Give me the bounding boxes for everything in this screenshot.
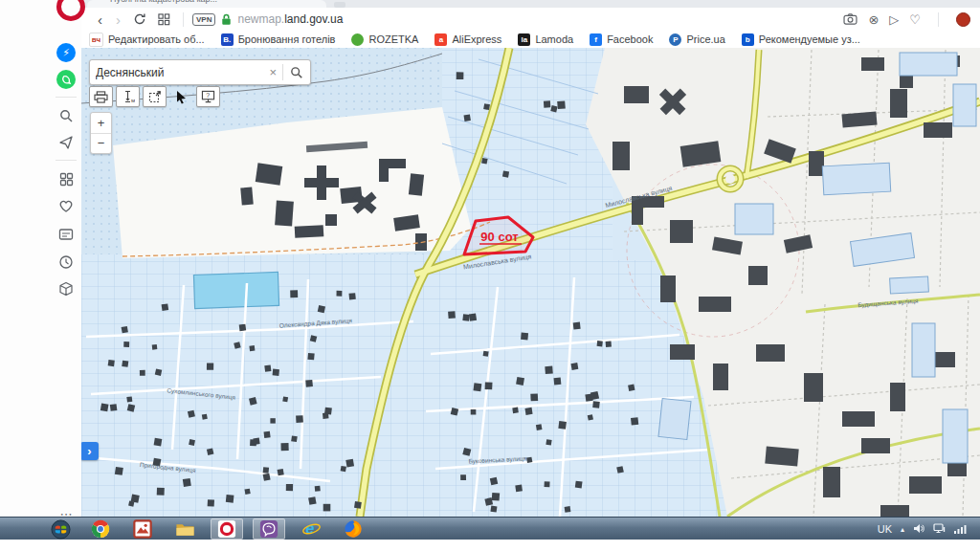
extension-badge-icon[interactable] xyxy=(956,12,970,27)
lamoda-favicon-icon: la xyxy=(518,33,530,46)
bookmark-item[interactable]: a AliExpress xyxy=(434,33,501,46)
back-button[interactable]: ‹ xyxy=(98,12,102,27)
svg-text:м: м xyxy=(131,98,135,103)
water-basin xyxy=(193,272,278,308)
svg-text:e: e xyxy=(305,519,314,537)
bookmark-item[interactable]: ROZETKA xyxy=(351,33,418,46)
booking-favicon-icon: B. xyxy=(221,33,234,46)
bookmarks-heart-icon[interactable] xyxy=(56,195,77,216)
sidebar-divider xyxy=(56,160,77,161)
rozetka-favicon-icon xyxy=(351,33,364,46)
signal-bars-icon[interactable] xyxy=(954,523,967,536)
aliexpress-favicon-icon: a xyxy=(434,33,447,46)
map-toolbar: м ? xyxy=(89,86,220,107)
measure-area-button[interactable] xyxy=(143,86,167,107)
bookmark-heart-icon[interactable]: ♡ xyxy=(909,13,921,26)
search-clear-icon[interactable]: × xyxy=(263,65,282,79)
map-area: 90 сот Милославська вулиця Милославська … xyxy=(81,48,980,517)
map-canvas[interactable]: 90 сот Милославська вулиця Милославська … xyxy=(81,48,980,517)
bookmark-item[interactable]: la Lamoda xyxy=(518,33,573,46)
bookmark-item[interactable]: f Facebook xyxy=(590,33,653,46)
bookmark-item[interactable]: P Price.ua xyxy=(669,33,724,46)
address-toolbar: ‹ › VPN newmap.land.gov.ua ⊗ ▷ ♡ xyxy=(81,8,980,31)
toolbar-separator xyxy=(183,12,184,27)
panel-toggle-button[interactable]: › xyxy=(80,442,99,460)
reload-button[interactable] xyxy=(133,12,146,26)
taskbar-image-app-icon[interactable] xyxy=(126,518,159,540)
bookmark-item[interactable]: b Рекомендуемые уз... xyxy=(742,33,860,46)
personal-news-icon[interactable] xyxy=(56,224,77,245)
speed-dial-icon[interactable] xyxy=(56,168,77,189)
opera-sidebar: ⚡ ⋯ xyxy=(0,0,81,517)
system-tray: UK ▴ xyxy=(878,523,980,536)
priceua-favicon-icon: P xyxy=(669,33,681,46)
snapshot-camera-icon[interactable] xyxy=(843,13,858,25)
toolbar-separator xyxy=(938,12,939,27)
vpn-badge[interactable]: VPN xyxy=(192,13,215,26)
search-button[interactable] xyxy=(283,60,310,84)
svg-text:?: ? xyxy=(206,92,210,99)
taskbar-viber-icon[interactable] xyxy=(253,518,285,540)
tab-strip: Публічна кадастрова кар... xyxy=(81,0,980,8)
hidden-icons-button[interactable]: ▴ xyxy=(901,525,904,534)
speed-dial-button[interactable] xyxy=(158,13,170,26)
bookmark-item[interactable]: B. Бронювання готелів xyxy=(221,33,336,46)
tab-title: Публічна кадастрова кар... xyxy=(110,0,326,4)
taskbar: e UK ▴ xyxy=(0,517,980,540)
browser-tab[interactable]: Публічна кадастрова кар... xyxy=(87,0,326,8)
taskbar-firefox-icon[interactable] xyxy=(337,518,369,540)
measure-length-button[interactable]: м xyxy=(116,86,140,107)
messenger-icon[interactable]: ⚡ xyxy=(56,42,77,63)
start-button[interactable] xyxy=(46,518,75,540)
opera-logo-icon xyxy=(56,0,85,21)
whatsapp-icon[interactable] xyxy=(56,69,77,90)
parcel-area-label: 90 сот xyxy=(480,230,518,244)
volume-icon[interactable] xyxy=(913,523,924,536)
map-search-box: × xyxy=(89,59,311,85)
zoom-out-button[interactable]: − xyxy=(91,134,111,154)
my-flow-icon[interactable] xyxy=(56,132,77,153)
facebook-favicon-icon: f xyxy=(590,33,602,46)
language-indicator[interactable]: UK xyxy=(878,523,892,535)
print-button[interactable] xyxy=(89,86,113,107)
editor-favicon-icon: вч xyxy=(89,33,103,47)
network-icon[interactable] xyxy=(933,523,946,536)
wallet-icon[interactable]: ⊗ xyxy=(868,13,879,26)
extensions-cube-icon[interactable] xyxy=(56,278,77,299)
taskbar-ie-icon[interactable]: e xyxy=(295,518,327,540)
history-clock-icon[interactable] xyxy=(56,252,77,273)
cursor-tool[interactable] xyxy=(169,86,193,107)
recommended-favicon-icon: b xyxy=(742,33,754,46)
help-button[interactable]: ? xyxy=(196,86,220,107)
secure-lock-icon[interactable] xyxy=(221,13,232,26)
bookmarks-bar: вч Редактировать об... B. Бронювання гот… xyxy=(81,31,980,48)
flow-send-icon[interactable]: ▷ xyxy=(889,13,899,26)
taskbar-explorer-folder-icon[interactable] xyxy=(168,518,201,540)
taskbar-chrome-icon[interactable] xyxy=(84,518,117,540)
toolbar-right-icons: ⊗ ▷ ♡ xyxy=(843,12,970,27)
map-search-input[interactable] xyxy=(90,66,263,79)
desktop-screen: ⚡ ⋯ Публічна ка xyxy=(0,0,980,551)
bookmark-item[interactable]: вч Редактировать об... xyxy=(89,33,205,47)
taskbar-opera-icon[interactable] xyxy=(211,518,243,540)
zoom-control: + − xyxy=(90,112,112,154)
search-tabs-icon[interactable] xyxy=(56,105,77,126)
zoom-in-button[interactable]: + xyxy=(91,113,111,134)
forward-button[interactable]: › xyxy=(116,12,121,27)
url-text[interactable]: newmap.land.gov.ua xyxy=(237,12,343,26)
sidebar-divider xyxy=(56,97,77,98)
bottom-strip xyxy=(0,540,980,551)
